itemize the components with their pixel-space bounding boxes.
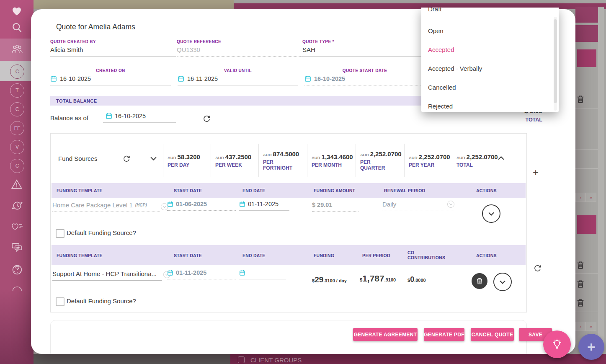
calendar-icon[interactable] xyxy=(178,75,184,82)
calendar-icon[interactable] xyxy=(50,75,57,82)
column-header: CO CONTRIBUTIONS xyxy=(407,250,445,260)
expand-row-button[interactable] xyxy=(482,204,500,223)
pager-last-button[interactable]: » xyxy=(585,322,596,331)
dashboard-gauge-icon[interactable] xyxy=(11,264,23,276)
headset-icon[interactable] xyxy=(11,285,23,291)
field-label: CREATED ON xyxy=(50,68,171,73)
trash-icon[interactable] xyxy=(576,95,585,104)
quote-type-value[interactable]: SAH xyxy=(302,46,315,53)
created-on-field[interactable]: CREATED ON 16-10-2025 xyxy=(50,68,171,85)
valid-until-value[interactable]: 16-11-2025 xyxy=(187,75,218,82)
dropdown-item-draft[interactable]: Draft xyxy=(428,8,545,18)
end-date-value[interactable]: 01-11-2025 xyxy=(248,201,279,207)
created-on-value[interactable]: 16-10-2025 xyxy=(60,75,91,82)
calendar-icon[interactable] xyxy=(239,201,245,207)
dropdown-item-cancelled[interactable]: Cancelled xyxy=(428,79,545,96)
warning-icon[interactable] xyxy=(11,179,23,190)
sidebar-avatar-client[interactable]: C xyxy=(10,102,24,116)
funding-template-cell[interactable]: Support At Home - HCP Transitiona... xyxy=(52,270,162,281)
per-period-rest: .9100 xyxy=(384,277,396,282)
pager-next-glyph: › xyxy=(580,324,581,329)
chevron-down-icon[interactable] xyxy=(150,157,157,160)
sidebar-avatar-client[interactable]: T xyxy=(10,83,24,98)
chevron-up-icon[interactable] xyxy=(498,156,504,160)
field-underline xyxy=(103,122,176,123)
lightbulb-icon xyxy=(551,338,563,351)
default-funding-checkbox[interactable] xyxy=(56,229,64,238)
start-date-cell[interactable]: 01-11-2025 xyxy=(167,269,236,279)
refresh-icon[interactable] xyxy=(534,264,542,272)
calendar-icon xyxy=(304,75,311,82)
quote-created-by-value[interactable]: Alicia Smith xyxy=(50,46,83,53)
pager-last-button[interactable]: » xyxy=(585,193,596,202)
background-block xyxy=(575,7,598,23)
calendar-icon[interactable] xyxy=(239,269,245,276)
end-date-cell[interactable] xyxy=(239,269,286,279)
search-icon[interactable] xyxy=(11,22,23,34)
add-fab-button[interactable]: + xyxy=(578,334,604,360)
history-clock-icon[interactable] xyxy=(11,199,23,212)
quote-reference-field: QUOTE REFERENCE QU1330 xyxy=(177,39,302,57)
balance-date-value[interactable]: 16-10-2025 xyxy=(115,113,146,119)
fund-summary-per-quarter: AUD2,252.0700 PER QUARTER xyxy=(356,144,405,177)
heart-icon[interactable] xyxy=(11,5,23,16)
dropdown-scrollbar-thumb[interactable] xyxy=(554,19,557,103)
field-label: QUOTE REFERENCE xyxy=(177,39,302,44)
trash-icon[interactable] xyxy=(576,298,585,307)
summary-value: 58.3200 xyxy=(178,153,200,160)
clients-people-icon[interactable] xyxy=(11,44,23,54)
client-groups-checkbox[interactable] xyxy=(238,356,245,363)
refresh-icon[interactable] xyxy=(203,114,211,122)
quote-start-date-value: 16-10-2025 xyxy=(314,75,345,82)
per-period-main: 1,787 xyxy=(362,274,384,283)
generate-agreement-button[interactable]: GENERATE AGREEMENT xyxy=(353,328,418,341)
trash-icon[interactable] xyxy=(576,261,585,270)
generate-pdf-button[interactable]: GENERATE PDF xyxy=(424,328,464,341)
page-scrollbar[interactable] xyxy=(598,7,604,347)
funding-main: 29 xyxy=(315,275,323,284)
quote-status-dropdown: Draft Open Accepted Accepted - Verbally … xyxy=(421,8,559,112)
sidebar-avatar-client[interactable]: C xyxy=(10,159,24,173)
dropdown-item-accepted[interactable]: Accepted xyxy=(428,41,545,58)
funding-template-name[interactable]: Support At Home - HCP Transitiona... xyxy=(52,270,157,277)
renewal-period-cell: Daily xyxy=(382,201,454,211)
end-date-cell[interactable]: 01-11-2025 xyxy=(239,201,289,211)
pager-next-button[interactable]: › xyxy=(575,193,585,202)
grand-total-label: TOTAL xyxy=(492,117,542,123)
fund-summary-total: AUD2,252.0700 TOTAL xyxy=(452,144,500,177)
currency-label: AUD xyxy=(456,155,465,160)
funding-amount-cell: $ 29.01 xyxy=(312,201,359,212)
summary-value: 2,252.0700 xyxy=(419,153,450,160)
trash-icon[interactable] xyxy=(576,279,585,289)
chat-icon[interactable] xyxy=(11,242,23,253)
sidebar-avatar-client[interactable]: FF xyxy=(10,121,24,135)
hint-fab-button[interactable] xyxy=(543,330,571,358)
sidebar-avatar-client-active[interactable]: C xyxy=(10,65,24,79)
calendar-icon[interactable] xyxy=(167,269,173,276)
avatar-initials: V xyxy=(15,144,19,150)
cancel-quote-button[interactable]: CANCEL QUOTE xyxy=(471,328,514,341)
dropdown-item-accepted-verbally[interactable]: Accepted - Verbally xyxy=(428,60,545,77)
co-contributions-value: $0.0000 xyxy=(407,275,426,284)
refresh-icon[interactable] xyxy=(123,155,130,162)
summary-value: 2,252.0700 xyxy=(467,153,498,160)
default-funding-checkbox[interactable] xyxy=(56,297,64,306)
care-heart-icon[interactable] xyxy=(11,221,23,232)
summary-period: PER WEEK xyxy=(215,162,259,168)
pager-next-button[interactable]: › xyxy=(575,322,585,331)
delete-row-button[interactable] xyxy=(472,273,487,289)
balance-as-of-label: Balance as of xyxy=(50,114,88,121)
add-fund-source-button[interactable]: + xyxy=(533,167,539,178)
page-title: Quote for Amelia Adams xyxy=(56,23,135,31)
dropdown-item-rejected[interactable]: Rejected xyxy=(428,98,545,112)
calendar-icon[interactable] xyxy=(106,112,112,119)
currency-label: AUD xyxy=(312,155,320,160)
currency-label: AUD xyxy=(360,152,369,157)
summary-period: TOTAL xyxy=(456,162,500,168)
funding-template-name: Home Care Package Level 1 xyxy=(52,201,133,209)
expand-row-button[interactable] xyxy=(493,273,512,291)
start-date-value[interactable]: 01-11-2025 xyxy=(176,269,206,276)
sidebar-avatar-client[interactable]: V xyxy=(10,140,24,154)
valid-until-field[interactable]: VALID UNTIL 16-11-2025 xyxy=(178,68,298,85)
dropdown-item-open[interactable]: Open xyxy=(428,23,545,39)
